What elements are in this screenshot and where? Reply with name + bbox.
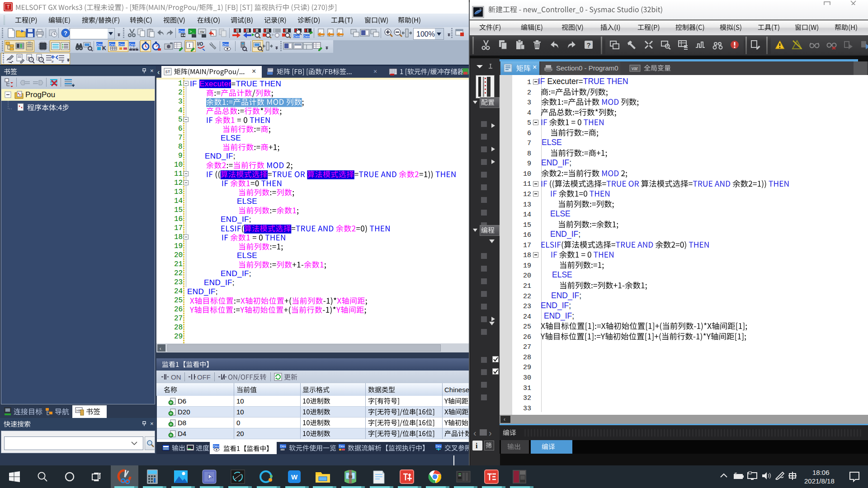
svg-text:?: ? [64, 30, 67, 37]
svg-text:Dev: Dev [280, 445, 286, 448]
svg-text:#: # [61, 60, 64, 64]
svg-text:var: var [632, 66, 638, 71]
svg-text:T: T [7, 4, 10, 9]
svg-text:Dev: Dev [213, 445, 219, 448]
svg-text:#: # [28, 56, 30, 60]
svg-text:Dev: Dev [179, 29, 185, 33]
svg-text:?: ? [586, 41, 590, 49]
svg-text:I/O: I/O [197, 42, 203, 47]
svg-text:HW: HW [200, 30, 204, 34]
svg-text:Dev: Dev [96, 42, 103, 47]
svg-text:Dev: Dev [436, 445, 442, 448]
svg-text:Dev: Dev [303, 34, 310, 38]
svg-text:K: K [102, 45, 106, 52]
svg-text:#: # [52, 60, 54, 64]
svg-text:>_: >_ [189, 30, 194, 34]
svg-text:Dev: Dev [118, 42, 125, 47]
svg-text:#: # [38, 56, 40, 60]
svg-text:ST: ST [165, 70, 170, 75]
svg-text:Dev: Dev [293, 34, 300, 38]
svg-text:W: W [291, 473, 298, 481]
svg-text:Dev: Dev [109, 42, 115, 47]
svg-text:Dev: Dev [339, 445, 345, 448]
svg-text:I: I [189, 42, 190, 48]
svg-text:Dev: Dev [222, 42, 229, 47]
svg-text:Dev: Dev [129, 42, 135, 47]
